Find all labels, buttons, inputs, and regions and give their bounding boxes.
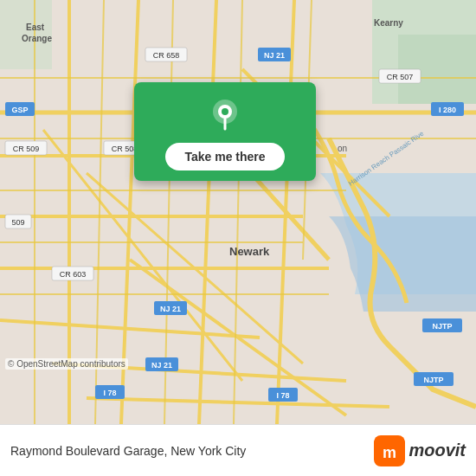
svg-text:GSP: GSP (11, 106, 28, 114)
svg-text:on: on (338, 144, 347, 153)
svg-text:CR 509: CR 509 (13, 145, 40, 153)
location-card[interactable]: Take me there (134, 82, 316, 181)
moovit-logo: m moovit (374, 435, 466, 466)
svg-text:NJ 21: NJ 21 (160, 305, 181, 313)
svg-text:I 78: I 78 (103, 389, 116, 397)
svg-text:I 280: I 280 (439, 106, 456, 114)
take-me-there-button[interactable]: Take me there (165, 143, 284, 170)
location-pin-icon (206, 96, 244, 134)
svg-text:Kearny: Kearny (374, 18, 403, 28)
moovit-brand-text: moovit (408, 441, 466, 460)
svg-text:509: 509 (11, 218, 24, 227)
svg-text:Newark: Newark (229, 245, 270, 258)
svg-text:East: East (26, 23, 45, 32)
svg-text:CR 507: CR 507 (387, 73, 414, 81)
svg-text:m: m (383, 444, 396, 461)
svg-text:CR 658: CR 658 (153, 51, 180, 60)
bottom-bar: Raymond Boulevard Garage, New York City … (0, 424, 476, 476)
svg-text:NJTP: NJTP (423, 376, 443, 384)
location-name-label: Raymond Boulevard Garage, New York City (10, 444, 246, 458)
svg-text:NJ 21: NJ 21 (151, 361, 172, 370)
svg-text:NJ 21: NJ 21 (264, 51, 285, 60)
map-attribution: © OpenStreetMap contributors (5, 358, 128, 370)
svg-text:I 78: I 78 (276, 391, 289, 400)
moovit-app-icon: m (374, 435, 405, 466)
svg-point-68 (222, 108, 228, 115)
svg-text:Orange: Orange (22, 34, 52, 43)
svg-text:CR 603: CR 603 (60, 270, 87, 279)
map-container: CR 658 NJ 21 CR 507 I 280 GSP CR 509 CR … (0, 0, 476, 424)
svg-text:NJTP: NJTP (432, 322, 452, 331)
